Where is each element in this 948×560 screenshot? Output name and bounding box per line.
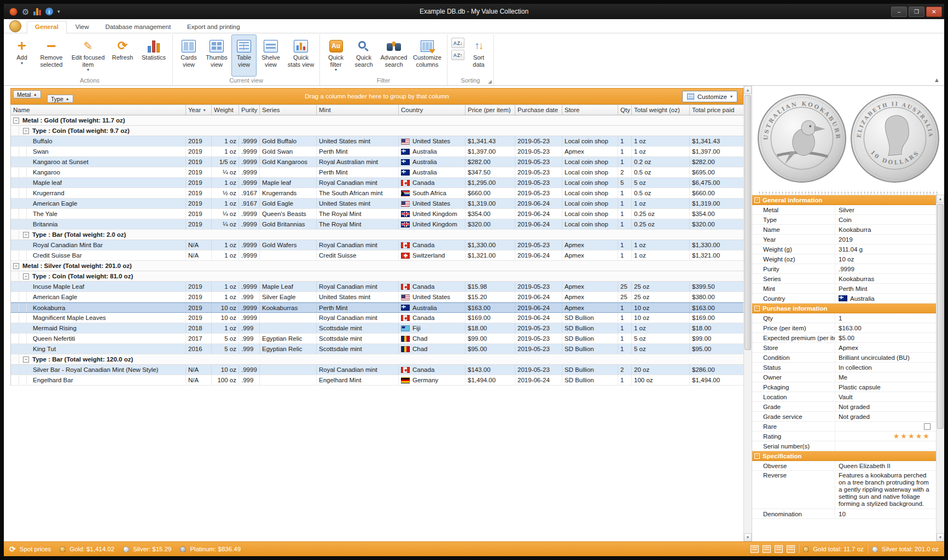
table-row[interactable]: Buffalo20191 oz.9999Gold BuffaloUnited S… [11,136,743,147]
table-row[interactable]: Mermaid Rising20181 oz.999Scottsdale min… [11,323,743,334]
qat-dropdown-icon[interactable]: ▾ [57,9,60,14]
property-row[interactable]: MetalSilver [752,205,936,215]
scrollbar-thumb[interactable] [937,204,944,429]
table-row[interactable]: Swan20191 oz.9999Gold SwanPerth MintAust… [11,147,743,157]
property-row[interactable]: TypeCoin [752,215,936,225]
group-row[interactable]: −Type : Bar (Total weight: 2.0 oz) [11,230,743,240]
app-icon[interactable] [9,8,18,16]
edit-focused-item-button[interactable]: ✎ Edit focused item ▾ [69,34,107,77]
table-row[interactable]: King Tut20165 oz.999Egyptian RelicScotts… [11,344,743,354]
collapse-icon[interactable]: − [13,118,19,124]
close-button[interactable]: ✕ [926,7,942,17]
sort-descending-button[interactable]: AZ↑ [451,50,464,60]
quick-search-button[interactable]: Quick search [350,34,377,77]
cards-view-button[interactable]: Cards view [176,34,202,77]
property-row[interactable]: Qty1 [752,313,936,323]
table-row[interactable]: Incuse Maple Leaf20191 oz.9999Maple Leaf… [11,282,743,292]
property-row[interactable]: Rare [752,422,936,431]
property-row[interactable]: Weight (g)311.04 g [752,244,936,254]
table-row[interactable]: Kookaburra201910 oz.9999KookaburrasPerth… [11,302,743,313]
property-row[interactable]: MintPerth Mint [752,284,936,294]
group-by-bar[interactable]: Metal▲ Type▲ Drag a column header here t… [10,88,743,104]
maximize-button[interactable]: ❐ [909,7,924,17]
panel-scrollbar[interactable]: ▲ ▼ [936,195,944,541]
property-row[interactable]: Expected premium (per item)$5.00 [752,333,936,343]
property-row[interactable]: Denomination10 [752,509,936,519]
table-row[interactable]: Kangaroo2019¼ oz.9999Perth MintAustralia… [11,167,743,178]
column-header-date[interactable]: Purchase date [515,105,562,115]
group-row[interactable]: −Metal : Gold (Total weight: 11.7 oz) [11,115,743,126]
property-row[interactable]: StoreApmex [752,343,936,353]
collapse-icon[interactable]: − [754,306,760,311]
collapse-icon[interactable]: − [754,197,760,203]
property-row[interactable]: Rating★★★★★ [752,431,936,441]
tab-general[interactable]: General [27,21,67,33]
column-header-store[interactable]: Store [562,105,618,115]
refresh-button[interactable]: ⟳ Refresh [108,34,137,77]
table-row[interactable]: American Eagle20191 oz.9167Gold EagleUni… [11,199,743,209]
rating-stars[interactable]: ★★★★★ [893,432,930,440]
scrollbar-thumb[interactable] [745,95,751,350]
view-toggle-3-icon[interactable] [775,545,783,553]
collapse-icon[interactable]: − [23,232,29,238]
tab-database-management[interactable]: Database management [98,21,179,33]
tab-export-and-printing[interactable]: Export and printing [179,21,248,33]
sort-data-button[interactable]: ↑↓ Sort data [467,34,491,77]
column-header-series[interactable]: Series [260,105,317,115]
customize-button[interactable]: Customize ▾ [682,91,737,102]
advanced-search-button[interactable]: Advanced search [379,34,409,77]
rare-checkbox[interactable] [924,423,930,430]
group-row[interactable]: −Metal : Silver (Total weight: 201.0 oz) [11,261,743,271]
group-row[interactable]: −Type : Coin (Total weight: 9.7 oz) [11,126,743,136]
table-row[interactable]: Credit Suisse BarN/A1 oz.9999Credit Suis… [11,250,743,261]
column-header-country[interactable]: Country [399,105,466,115]
statistics-chart-icon[interactable] [33,8,41,15]
table-row[interactable]: Engelhard BarN/A100 oz.999Engelhard Mint… [11,375,743,386]
customize-columns-button[interactable]: Customize columns [410,34,444,77]
property-row[interactable]: OwnerMe [752,372,936,382]
property-row[interactable]: Price (per item)$163.00 [752,323,936,333]
ribbon-collapse-button[interactable]: ▲ [934,77,940,83]
table-row[interactable]: Silver Bar - Royal Canadian Mint (New St… [11,365,743,375]
property-row[interactable]: StatusIn collection [752,363,936,372]
property-row[interactable]: PckagingPlastic capsule [752,382,936,392]
table-view-button[interactable]: Table view [231,34,257,77]
view-toggle-1-icon[interactable] [751,545,759,553]
sort-ascending-button[interactable]: AZ↓ [451,38,464,48]
section-header[interactable]: −Specification [752,451,936,461]
property-row[interactable]: Weight (oz)10 oz [752,254,936,264]
property-row[interactable]: Year2019 [752,235,936,244]
property-row[interactable]: SeriesKookaburras [752,274,936,284]
property-row[interactable]: NameKookaburra [752,225,936,235]
property-row[interactable]: ConditionBrilliant uncirculated (BU) [752,353,936,363]
quick-filter-button[interactable]: Au Quick filter ▾ [323,34,349,77]
table-scrollbar[interactable]: ▲ ▼ [743,86,752,541]
scroll-down-icon[interactable]: ▼ [744,533,752,541]
shelve-view-button[interactable]: Shelve view [258,34,284,77]
column-header-qty[interactable]: Qty [618,105,632,115]
collapse-icon[interactable]: − [23,128,29,134]
scroll-up-icon[interactable]: ▲ [937,195,944,203]
thumbs-view-button[interactable]: Thumbs view [203,34,230,77]
settings-gear-icon[interactable]: ⚙ [22,8,29,16]
property-row[interactable]: CountryAustralia [752,294,936,304]
view-toggle-4-icon[interactable] [787,545,795,553]
collapse-icon[interactable]: − [13,263,19,269]
property-row[interactable]: Grade serviceNot graded [752,412,936,422]
table-row[interactable]: Maple leaf20191 oz.9999Maple leafRoyal C… [11,178,743,188]
tab-view[interactable]: View [68,21,97,33]
collapse-icon[interactable]: − [23,273,29,279]
scroll-down-icon[interactable]: ▼ [937,533,944,541]
dialog-launcher-icon[interactable]: ◢ [488,79,492,84]
column-header-price[interactable]: Price (per item) [466,105,515,115]
column-header-mint[interactable]: Mint [317,105,399,115]
section-header[interactable]: −General information [752,195,936,205]
property-row[interactable]: GradeNot graded [752,402,936,412]
spot-prices-refresh-icon[interactable]: ⟳ [9,545,16,553]
remove-selected-button[interactable]: − Remove selected [35,34,68,77]
property-row[interactable]: Purity.9999 [752,264,936,274]
table-row[interactable]: Queen Nefertiti20175 oz.999Egyptian Reli… [11,334,743,344]
collapse-icon[interactable]: − [23,357,29,363]
column-header-name[interactable]: Name [11,105,186,115]
scroll-up-icon[interactable]: ▲ [744,86,752,94]
